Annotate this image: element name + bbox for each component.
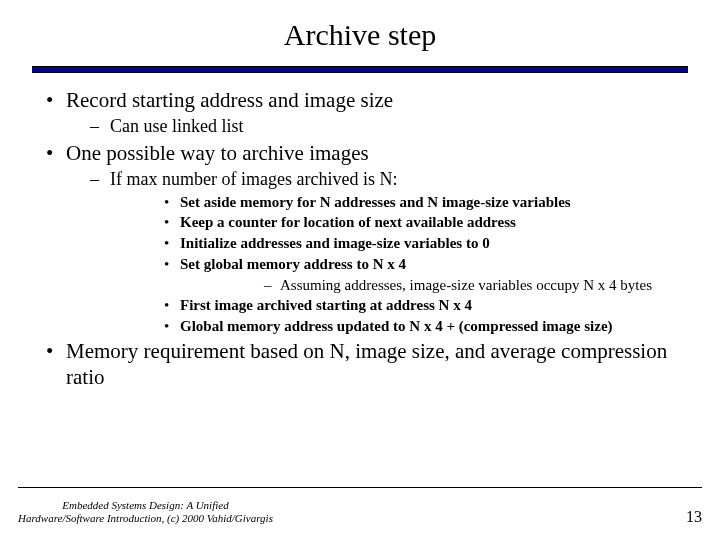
bullet-list-level3: Set aside memory for N addresses and N i… [110, 193, 684, 336]
footer-rule [18, 487, 702, 489]
slide: Archive step Record starting address and… [0, 0, 720, 540]
bullet-item: Set aside memory for N addresses and N i… [110, 193, 684, 212]
bullet-text: Global memory address updated to N x 4 +… [180, 318, 613, 334]
bullet-text: First image archived starting at address… [180, 297, 472, 313]
bullet-text: Keep a counter for location of next avai… [180, 214, 516, 230]
bullet-item: One possible way to archive images If ma… [42, 140, 684, 336]
page-number: 13 [686, 508, 702, 526]
bullet-text: One possible way to archive images [66, 141, 369, 165]
slide-title: Archive step [36, 18, 684, 52]
footer: Embedded Systems Design: A Unified Hardw… [18, 499, 702, 527]
content-area: Record starting address and image size C… [36, 87, 684, 390]
bullet-text: Can use linked list [110, 116, 244, 136]
bullet-list-level1: Record starting address and image size C… [42, 87, 684, 390]
bullet-item: Global memory address updated to N x 4 +… [110, 317, 684, 336]
bullet-text: If max number of images archived is N: [110, 169, 397, 189]
bullet-item: Record starting address and image size C… [42, 87, 684, 138]
bullet-text: Memory requirement based on N, image siz… [66, 339, 667, 389]
bullet-item: Assuming addresses, image-size variables… [180, 276, 684, 295]
bullet-text: Set global memory address to N x 4 [180, 256, 406, 272]
footer-credit: Embedded Systems Design: A Unified Hardw… [18, 499, 273, 527]
bullet-text: Initialize addresses and image-size vari… [180, 235, 490, 251]
bullet-item: If max number of images archived is N: S… [66, 168, 684, 336]
bullet-list-level2: Can use linked list [66, 115, 684, 138]
footer-line2: Hardware/Software Introduction, (c) 2000… [18, 512, 273, 524]
bullet-item: First image archived starting at address… [110, 296, 684, 315]
bullet-text: Set aside memory for N addresses and N i… [180, 194, 571, 210]
bullet-item: Keep a counter for location of next avai… [110, 213, 684, 232]
bullet-item: Can use linked list [66, 115, 684, 138]
bullet-item: Set global memory address to N x 4 Assum… [110, 255, 684, 295]
footer-line1: Embedded Systems Design: A Unified [62, 499, 228, 511]
bullet-text: Assuming addresses, image-size variables… [280, 277, 652, 293]
bullet-item: Initialize addresses and image-size vari… [110, 234, 684, 253]
title-rule [32, 66, 688, 73]
bullet-list-level2: If max number of images archived is N: S… [66, 168, 684, 336]
bullet-list-level4: Assuming addresses, image-size variables… [180, 276, 684, 295]
bullet-text: Record starting address and image size [66, 88, 393, 112]
bullet-item: Memory requirement based on N, image siz… [42, 338, 684, 391]
